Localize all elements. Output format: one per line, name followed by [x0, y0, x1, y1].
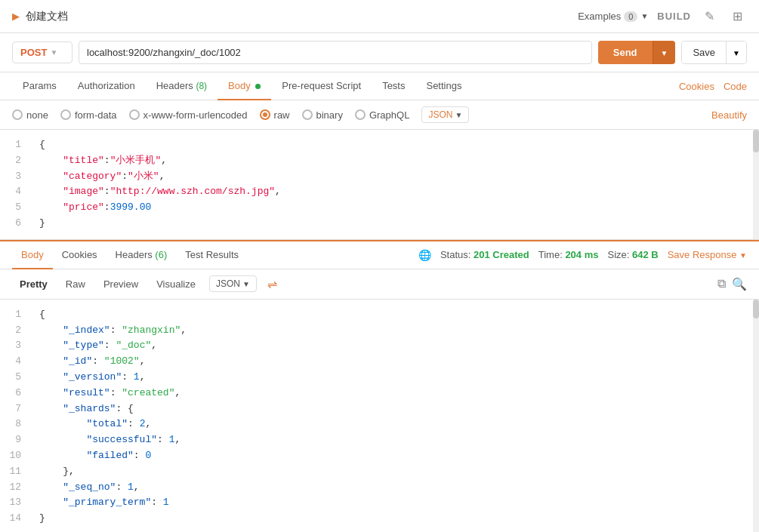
size-value: 642 B — [632, 249, 659, 260]
arrow-icon: ▶ — [12, 11, 20, 22]
radio-inner-raw — [263, 112, 267, 117]
radio-raw[interactable]: raw — [260, 109, 290, 121]
fmt-tab-preview[interactable]: Preview — [96, 275, 146, 294]
json-format-select[interactable]: JSON ▼ — [421, 106, 469, 123]
editor-scrollbar-thumb — [753, 130, 759, 152]
method-label: POST — [20, 47, 47, 58]
resp-tab-body[interactable]: Body — [12, 241, 53, 269]
grid-icon[interactable]: ⊞ — [728, 8, 747, 25]
chevron-down-icon: ▼ — [661, 49, 668, 57]
code-link[interactable]: Code — [724, 81, 747, 92]
examples-badge: 0 — [624, 11, 637, 22]
save-button[interactable]: Save — [682, 42, 726, 63]
code-lines: 123456 { "title":"小米手机", "category":"小米"… — [0, 137, 759, 232]
radio-circle-raw — [260, 109, 270, 120]
examples-button[interactable]: Examples 0 ▼ — [578, 11, 648, 22]
search-icon[interactable]: 🔍 — [732, 277, 747, 291]
response-body-content: { "_index": "zhangxin", "_type": "_doc",… — [30, 307, 759, 527]
response-scrollbar-thumb — [753, 300, 759, 318]
beautify-button[interactable]: Beautify — [711, 109, 747, 121]
top-bar-right: Examples 0 ▼ BUILD ✎ ⊞ — [578, 8, 747, 25]
chevron-down-icon: ▼ — [50, 48, 57, 57]
tab-pre-request-script[interactable]: Pre-request Script — [271, 72, 372, 100]
cookies-code-links: Cookies Code — [679, 81, 747, 92]
radio-form-data-label: form-data — [75, 109, 117, 121]
tab-params[interactable]: Params — [12, 72, 67, 100]
save-response-button[interactable]: Save Response ▼ — [668, 249, 747, 260]
tab-headers[interactable]: Headers (8) — [146, 72, 218, 100]
size-label: Size: 642 B — [607, 249, 658, 260]
radio-circle-form-data — [60, 109, 71, 120]
wrap-icon[interactable]: ⇌ — [263, 274, 282, 294]
request-tabs: Params Authorization Headers (8) Body Pr… — [0, 72, 759, 100]
time-value: 204 ms — [565, 249, 598, 260]
radio-none[interactable]: none — [12, 109, 48, 121]
chevron-down-icon: ▼ — [739, 251, 747, 260]
response-line-numbers: 1234567 891011121314 — [0, 307, 30, 527]
globe-icon: 🌐 — [418, 249, 431, 261]
tab-settings[interactable]: Settings — [415, 72, 472, 100]
time-label: Time: 204 ms — [538, 249, 599, 260]
radio-circle-binary — [302, 109, 313, 120]
save-dropdown-button[interactable]: ▼ — [726, 42, 746, 63]
method-select[interactable]: POST ▼ — [12, 42, 73, 63]
fmt-tab-pretty[interactable]: Pretty — [12, 275, 55, 294]
request-line-numbers: 123456 — [0, 137, 30, 232]
resp-json-format-select[interactable]: JSON ▼ — [209, 275, 257, 292]
editor-scrollbar[interactable] — [753, 130, 759, 239]
radio-graphql[interactable]: GraphQL — [355, 109, 409, 121]
json-format-label: JSON — [428, 109, 452, 120]
response-status-bar: 🌐 Status: 201 Created Time: 204 ms Size:… — [418, 249, 747, 261]
edit-icon[interactable]: ✎ — [700, 8, 719, 25]
chevron-down-icon: ▼ — [733, 49, 740, 57]
page-title: 创建文档 — [26, 10, 68, 23]
radio-binary-label: binary — [316, 109, 343, 121]
build-button[interactable]: BUILD — [657, 11, 691, 22]
radio-form-data[interactable]: form-data — [60, 109, 117, 121]
top-bar-left: ▶ 创建文档 — [12, 10, 68, 23]
radio-none-label: none — [26, 109, 48, 121]
resp-code-lines: 1234567 891011121314 { "_index": "zhangx… — [0, 307, 759, 527]
radio-circle-none — [12, 109, 23, 120]
request-body-content[interactable]: { "title":"小米手机", "category":"小米", "imag… — [30, 137, 759, 232]
radio-binary[interactable]: binary — [302, 109, 343, 121]
radio-circle-graphql — [355, 109, 366, 120]
send-button[interactable]: Send — [598, 41, 653, 64]
chevron-down-icon: ▼ — [640, 12, 648, 20]
url-input[interactable] — [79, 41, 592, 64]
radio-circle-urlencoded — [129, 109, 140, 120]
request-body-editor: 123456 { "title":"小米手机", "category":"小米"… — [0, 130, 759, 240]
resp-icons: ⧉ 🔍 — [717, 277, 747, 291]
resp-json-format-label: JSON — [216, 278, 240, 289]
copy-icon[interactable]: ⧉ — [717, 277, 726, 291]
resp-tab-test-results[interactable]: Test Results — [176, 241, 248, 269]
save-button-group: Save ▼ — [681, 41, 747, 64]
radio-graphql-label: GraphQL — [369, 109, 409, 121]
chevron-down-icon: ▼ — [242, 280, 250, 288]
radio-raw-label: raw — [274, 109, 290, 121]
response-tabs-bar: Body Cookies Headers (6) Test Results 🌐 … — [0, 240, 759, 269]
send-button-group: Send ▼ — [598, 41, 676, 64]
tab-body[interactable]: Body — [218, 72, 271, 100]
response-scrollbar[interactable] — [753, 300, 759, 532]
status-code: 201 Created — [474, 249, 529, 260]
tab-authorization[interactable]: Authorization — [67, 72, 146, 100]
fmt-tab-raw[interactable]: Raw — [58, 275, 93, 294]
fmt-tab-visualize[interactable]: Visualize — [149, 275, 203, 294]
radio-urlencoded[interactable]: x-www-form-urlencoded — [129, 109, 248, 121]
status-label: Status: 201 Created — [440, 249, 529, 260]
body-options: none form-data x-www-form-urlencoded raw… — [0, 100, 759, 130]
chevron-down-icon: ▼ — [455, 111, 462, 119]
send-dropdown-button[interactable]: ▼ — [653, 41, 676, 64]
response-format-bar: Pretty Raw Preview Visualize JSON ▼ ⇌ ⧉ … — [0, 269, 759, 300]
cookies-link[interactable]: Cookies — [679, 81, 714, 92]
tab-tests[interactable]: Tests — [372, 72, 415, 100]
url-bar: POST ▼ Send ▼ Save ▼ — [0, 33, 759, 72]
resp-tab-headers[interactable]: Headers (6) — [106, 241, 177, 269]
radio-urlencoded-label: x-www-form-urlencoded — [143, 109, 248, 121]
resp-tab-cookies[interactable]: Cookies — [53, 241, 106, 269]
response-body-editor: 1234567 891011121314 { "_index": "zhangx… — [0, 300, 759, 532]
examples-label: Examples — [578, 11, 621, 22]
top-bar: ▶ 创建文档 Examples 0 ▼ BUILD ✎ ⊞ — [0, 0, 759, 33]
